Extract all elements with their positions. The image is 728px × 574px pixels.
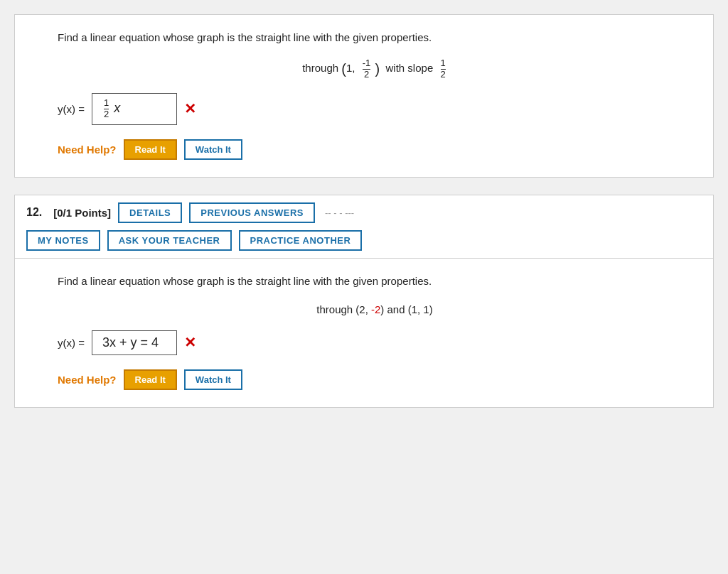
clear-answer-11[interactable]: ✕ (184, 100, 196, 117)
answer-box-12[interactable]: 3x + y = 4 (92, 330, 177, 355)
need-help-row-11: Need Help? Read It Watch It (58, 139, 692, 160)
problem-11-section: Find a linear equation whose graph is th… (14, 14, 714, 178)
problem-11-content: Find a linear equation whose graph is th… (15, 15, 713, 177)
through-text-12: through (2, (316, 303, 371, 315)
need-help-label-11: Need Help? (58, 144, 117, 156)
problem-11-answer-line: y(x) = 1 2 x ✕ (58, 93, 692, 125)
watch-it-button-12[interactable]: Watch It (184, 369, 242, 390)
previous-answers-button-12[interactable]: PREVIOUS ANSWERS (189, 202, 315, 223)
answer-box-11[interactable]: 1 2 x (92, 93, 177, 125)
slope-text-11: with slope (386, 62, 434, 74)
frac-through-11: -1 2 (363, 58, 371, 80)
problem-12-header-bar: 12. [0/1 Points] DETAILS PREVIOUS ANSWER… (15, 195, 713, 230)
problem-number-12: 12. (26, 206, 42, 219)
answer-prefix-11: y(x) = (58, 103, 85, 115)
problem-12-answer-line: y(x) = 3x + y = 4 ✕ (58, 330, 692, 355)
paren-close-11: ) (375, 61, 380, 77)
through-end-12: ) and (1, 1) (380, 303, 432, 315)
practice-another-button-12[interactable]: PRACTICE ANOTHER (239, 230, 363, 251)
answer-frac-11: 1 2 (104, 98, 109, 120)
problem-11-statement: Find a linear equation whose graph is th… (58, 29, 692, 46)
problem-12-content: Find a linear equation whose graph is th… (15, 259, 713, 407)
through-text-11: through (302, 62, 338, 74)
my-notes-button-12[interactable]: MY NOTES (26, 230, 100, 251)
problem-12-through-line: through (2, -2) and (1, 1) (58, 300, 692, 319)
ask-teacher-button-12[interactable]: ASK YOUR TEACHER (107, 230, 232, 251)
problem-12-section: 12. [0/1 Points] DETAILS PREVIOUS ANSWER… (14, 195, 714, 408)
neg-two-12: -2 (371, 303, 380, 315)
points-label-12: [0/1 Points] (53, 207, 111, 219)
details-button-12[interactable]: DETAILS (118, 202, 182, 223)
answer-value-12: 3x + y = 4 (102, 335, 159, 350)
read-it-button-12[interactable]: Read It (124, 369, 177, 390)
problem-11-through-line: through (1, -1 2 ) with slope 1 2 (58, 56, 692, 82)
frac-slope-11: 1 2 (441, 58, 446, 80)
read-it-button-11[interactable]: Read It (124, 139, 177, 160)
problem-12-subbar: MY NOTES ASK YOUR TEACHER PRACTICE ANOTH… (15, 230, 713, 258)
problem-12-statement: Find a linear equation whose graph is th… (58, 273, 692, 290)
paren-open-11: ( (341, 61, 346, 77)
answer-prefix-12: y(x) = (58, 337, 85, 349)
need-help-row-12: Need Help? Read It Watch It (58, 369, 692, 390)
need-help-label-12: Need Help? (58, 374, 117, 386)
clear-answer-12[interactable]: ✕ (184, 334, 196, 351)
dots-area-12: -- - - --- (325, 207, 354, 218)
watch-it-button-11[interactable]: Watch It (184, 139, 242, 160)
